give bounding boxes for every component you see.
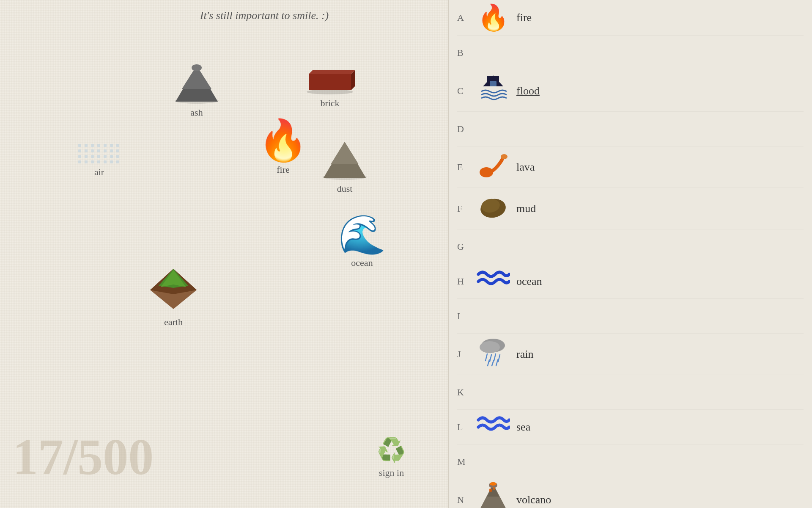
svg-line-26 — [494, 354, 496, 361]
fire-label: fire — [277, 164, 290, 175]
sidebar-label-mud: mud — [516, 202, 536, 215]
sidebar-item-M: M — [457, 444, 804, 479]
sidebar-emoji-volcano — [474, 482, 512, 508]
sidebar-letter-B: B — [457, 47, 474, 58]
svg-line-29 — [492, 361, 494, 366]
svg-point-23 — [480, 341, 500, 353]
sidebar-emoji-rain — [474, 336, 512, 372]
dust-icon — [321, 140, 368, 180]
canvas-item-ash[interactable]: ash — [173, 64, 220, 118]
svg-point-36 — [490, 482, 497, 486]
sidebar-letter-F: F — [457, 203, 474, 214]
svg-line-30 — [496, 360, 498, 366]
sidebar-emoji-fire: 🔥 — [474, 3, 512, 33]
svg-point-18 — [480, 167, 493, 177]
sidebar-letter-K: K — [457, 387, 474, 398]
canvas-item-fire[interactable]: 🔥 fire — [258, 121, 308, 175]
canvas-item-air[interactable]: air — [78, 144, 120, 178]
sidebar-letter-N: N — [457, 494, 474, 505]
sidebar-letter-E: E — [457, 162, 474, 173]
ash-label: ash — [190, 107, 203, 118]
sidebar-item-K: K — [457, 375, 804, 410]
sidebar-label-volcano: volcano — [516, 494, 551, 506]
sidebar-item-N[interactable]: N volcano — [457, 479, 804, 508]
dust-label: dust — [337, 183, 353, 194]
svg-point-3 — [192, 64, 202, 71]
sidebar-label-flood: flood — [516, 85, 540, 97]
canvas-area: It's still important to smile. :) — [0, 0, 448, 508]
sidebar: A 🔥 fire B C flood — [448, 0, 812, 508]
sidebar-letter-C: C — [457, 86, 474, 97]
message-text: It's still important to smile. :) — [200, 9, 329, 22]
brick-icon — [304, 66, 355, 94]
svg-line-25 — [490, 355, 491, 362]
svg-rect-17 — [490, 81, 497, 86]
recycle-icon[interactable]: ♻️ — [377, 436, 406, 464]
sidebar-label-lava: lava — [516, 161, 535, 174]
fire-icon: 🔥 — [258, 121, 308, 161]
sidebar-emoji-lava — [474, 149, 512, 185]
sidebar-letter-L: L — [457, 422, 474, 433]
svg-point-34 — [489, 489, 492, 492]
sidebar-item-F[interactable]: F mud — [457, 188, 804, 229]
svg-marker-5 — [309, 70, 355, 74]
sidebar-emoji-ocean — [474, 268, 512, 295]
sidebar-label-fire: fire — [516, 11, 532, 24]
sidebar-emoji-mud — [474, 190, 512, 226]
sidebar-item-L[interactable]: L sea — [457, 410, 804, 444]
svg-point-35 — [493, 487, 495, 490]
earth-icon — [148, 267, 199, 313]
svg-line-28 — [488, 360, 489, 366]
air-label: air — [94, 167, 104, 178]
sidebar-item-H[interactable]: H ocean — [457, 264, 804, 299]
brick-label: brick — [320, 98, 339, 109]
sidebar-item-A[interactable]: A 🔥 fire — [457, 0, 804, 36]
svg-line-24 — [486, 354, 487, 361]
sidebar-label-sea: sea — [516, 421, 530, 433]
ash-icon — [173, 64, 220, 104]
bottom-actions: ♻️ sign in — [377, 436, 406, 478]
sidebar-item-G: G — [457, 229, 804, 264]
sidebar-letter-M: M — [457, 456, 474, 467]
air-icon — [78, 144, 120, 163]
sidebar-letter-G: G — [457, 241, 474, 252]
ocean-icon: 🌊 — [338, 216, 386, 254]
sidebar-label-ocean: ocean — [516, 275, 542, 288]
sidebar-item-I: I — [457, 299, 804, 334]
canvas-item-earth[interactable]: earth — [148, 267, 199, 328]
sidebar-emoji-sea — [474, 414, 512, 440]
svg-rect-6 — [309, 74, 351, 90]
canvas-item-brick[interactable]: brick — [304, 66, 355, 109]
sidebar-list: A 🔥 fire B C flood — [449, 0, 812, 508]
sidebar-letter-J: J — [457, 349, 474, 360]
top-message: It's still important to smile. :) — [85, 9, 444, 22]
sign-in-text[interactable]: sign in — [379, 467, 404, 478]
sidebar-emoji-flood — [474, 73, 512, 109]
svg-line-27 — [498, 355, 500, 362]
sidebar-item-E[interactable]: E lava — [457, 146, 804, 188]
sidebar-label-rain: rain — [516, 348, 533, 361]
ocean-label: ocean — [351, 257, 373, 268]
progress-counter: 17/500 — [13, 432, 154, 483]
canvas-item-ocean[interactable]: 🌊 ocean — [338, 216, 386, 268]
earth-label: earth — [164, 317, 183, 328]
sidebar-letter-I: I — [457, 311, 474, 322]
sidebar-item-C[interactable]: C flood — [457, 70, 804, 112]
svg-point-19 — [501, 154, 508, 159]
sidebar-letter-H: H — [457, 276, 474, 287]
svg-marker-10 — [331, 142, 359, 164]
sidebar-letter-D: D — [457, 124, 474, 135]
sidebar-item-D: D — [457, 112, 804, 146]
sidebar-letter-A: A — [457, 12, 474, 23]
canvas-item-dust[interactable]: dust — [321, 140, 368, 194]
sidebar-item-J[interactable]: J rain — [457, 334, 804, 375]
sidebar-item-B: B — [457, 36, 804, 70]
